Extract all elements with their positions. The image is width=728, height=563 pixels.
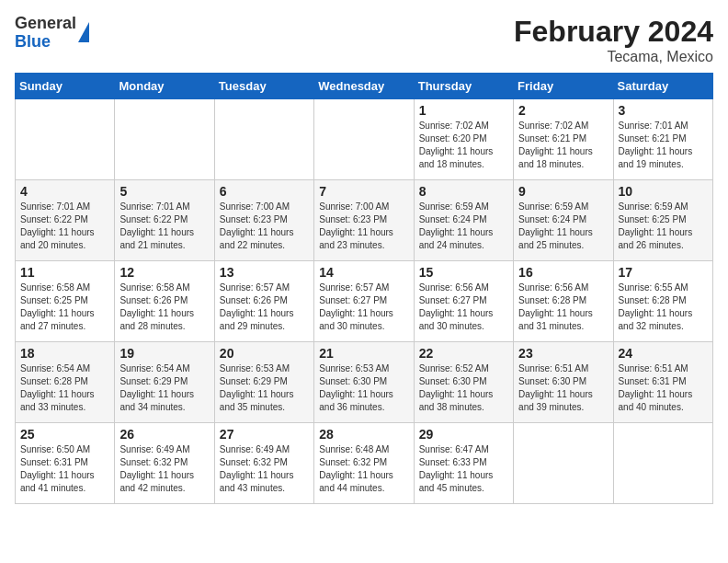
day-info: Sunrise: 6:52 AM Sunset: 6:30 PM Dayligh… [419, 362, 508, 414]
day-info: Sunrise: 6:48 AM Sunset: 6:32 PM Dayligh… [319, 443, 408, 495]
day-info: Sunrise: 6:59 AM Sunset: 6:25 PM Dayligh… [619, 201, 708, 252]
calendar-cell: 2Sunrise: 7:02 AM Sunset: 6:21 PM Daylig… [514, 99, 613, 180]
day-info: Sunrise: 6:53 AM Sunset: 6:29 PM Dayligh… [220, 362, 309, 414]
day-number: 3 [619, 103, 708, 118]
calendar-cell: 14Sunrise: 6:57 AM Sunset: 6:27 PM Dayli… [314, 261, 414, 342]
day-number: 13 [220, 265, 309, 280]
day-info: Sunrise: 7:00 AM Sunset: 6:23 PM Dayligh… [319, 201, 408, 252]
day-info: Sunrise: 6:57 AM Sunset: 6:27 PM Dayligh… [319, 282, 408, 333]
header-wednesday: Wednesday [314, 74, 414, 99]
calendar-cell: 16Sunrise: 6:56 AM Sunset: 6:28 PM Dayli… [514, 261, 613, 342]
day-number: 10 [619, 184, 708, 199]
logo-icon [78, 22, 89, 42]
calendar-cell: 1Sunrise: 7:02 AM Sunset: 6:20 PM Daylig… [414, 99, 513, 180]
calendar-cell: 8Sunrise: 6:59 AM Sunset: 6:24 PM Daylig… [414, 180, 513, 261]
day-info: Sunrise: 6:59 AM Sunset: 6:24 PM Dayligh… [518, 201, 608, 252]
day-number: 5 [119, 184, 209, 199]
day-info: Sunrise: 6:51 AM Sunset: 6:30 PM Dayligh… [518, 362, 608, 414]
logo-blue: Blue [15, 33, 76, 52]
calendar-cell: 4Sunrise: 7:01 AM Sunset: 6:22 PM Daylig… [16, 180, 115, 261]
calendar-cell: 10Sunrise: 6:59 AM Sunset: 6:25 PM Dayli… [613, 180, 712, 261]
header-tuesday: Tuesday [214, 74, 313, 99]
calendar-cell [16, 99, 115, 180]
logo-text: General Blue [15, 15, 76, 52]
calendar-title: February 2024 [514, 15, 713, 49]
day-info: Sunrise: 6:56 AM Sunset: 6:28 PM Dayligh… [518, 282, 608, 333]
calendar-cell [613, 423, 712, 504]
day-info: Sunrise: 7:00 AM Sunset: 6:23 PM Dayligh… [220, 201, 309, 252]
logo-general: General [15, 15, 76, 33]
day-number: 19 [119, 346, 209, 361]
logo: General Blue [15, 15, 89, 52]
page-header: General Blue February 2024 Tecama, Mexic… [15, 15, 713, 65]
calendar-cell [115, 99, 214, 180]
calendar-cell: 7Sunrise: 7:00 AM Sunset: 6:23 PM Daylig… [314, 180, 414, 261]
calendar-week-5: 25Sunrise: 6:50 AM Sunset: 6:31 PM Dayli… [16, 423, 713, 504]
calendar-cell [514, 423, 613, 504]
calendar-cell: 6Sunrise: 7:00 AM Sunset: 6:23 PM Daylig… [214, 180, 313, 261]
day-info: Sunrise: 7:01 AM Sunset: 6:21 PM Dayligh… [619, 120, 708, 171]
calendar-cell: 27Sunrise: 6:49 AM Sunset: 6:32 PM Dayli… [214, 423, 313, 504]
calendar-cell: 29Sunrise: 6:47 AM Sunset: 6:33 PM Dayli… [414, 423, 513, 504]
day-number: 28 [319, 427, 408, 442]
day-number: 24 [619, 346, 708, 361]
calendar-cell: 25Sunrise: 6:50 AM Sunset: 6:31 PM Dayli… [16, 423, 115, 504]
day-info: Sunrise: 6:50 AM Sunset: 6:31 PM Dayligh… [20, 443, 109, 495]
day-number: 6 [220, 184, 309, 199]
header-sunday: Sunday [16, 74, 115, 99]
day-info: Sunrise: 6:47 AM Sunset: 6:33 PM Dayligh… [419, 443, 508, 495]
day-number: 8 [419, 184, 508, 199]
day-info: Sunrise: 6:49 AM Sunset: 6:32 PM Dayligh… [220, 443, 309, 495]
calendar-table: Sunday Monday Tuesday Wednesday Thursday… [15, 73, 713, 504]
day-number: 14 [319, 265, 408, 280]
day-number: 16 [518, 265, 608, 280]
header-monday: Monday [115, 74, 214, 99]
day-info: Sunrise: 6:59 AM Sunset: 6:24 PM Dayligh… [419, 201, 508, 252]
day-number: 11 [20, 265, 109, 280]
day-info: Sunrise: 7:01 AM Sunset: 6:22 PM Dayligh… [119, 201, 209, 252]
calendar-subtitle: Tecama, Mexico [514, 49, 713, 65]
calendar-cell [214, 99, 313, 180]
day-number: 1 [419, 103, 508, 118]
calendar-cell [314, 99, 414, 180]
calendar-cell: 24Sunrise: 6:51 AM Sunset: 6:31 PM Dayli… [613, 342, 712, 423]
day-number: 25 [20, 427, 109, 442]
calendar-cell: 18Sunrise: 6:54 AM Sunset: 6:28 PM Dayli… [16, 342, 115, 423]
calendar-cell: 3Sunrise: 7:01 AM Sunset: 6:21 PM Daylig… [613, 99, 712, 180]
day-info: Sunrise: 7:01 AM Sunset: 6:22 PM Dayligh… [20, 201, 109, 252]
calendar-cell: 5Sunrise: 7:01 AM Sunset: 6:22 PM Daylig… [115, 180, 214, 261]
day-number: 17 [619, 265, 708, 280]
calendar-cell: 22Sunrise: 6:52 AM Sunset: 6:30 PM Dayli… [414, 342, 513, 423]
day-number: 2 [518, 103, 608, 118]
day-number: 9 [518, 184, 608, 199]
day-number: 15 [419, 265, 508, 280]
calendar-week-4: 18Sunrise: 6:54 AM Sunset: 6:28 PM Dayli… [16, 342, 713, 423]
calendar-cell: 28Sunrise: 6:48 AM Sunset: 6:32 PM Dayli… [314, 423, 414, 504]
day-number: 12 [119, 265, 209, 280]
calendar-cell: 26Sunrise: 6:49 AM Sunset: 6:32 PM Dayli… [115, 423, 214, 504]
day-info: Sunrise: 6:53 AM Sunset: 6:30 PM Dayligh… [319, 362, 408, 414]
day-info: Sunrise: 6:56 AM Sunset: 6:27 PM Dayligh… [419, 282, 508, 333]
calendar-cell: 15Sunrise: 6:56 AM Sunset: 6:27 PM Dayli… [414, 261, 513, 342]
day-info: Sunrise: 6:58 AM Sunset: 6:25 PM Dayligh… [20, 282, 109, 333]
calendar-cell: 17Sunrise: 6:55 AM Sunset: 6:28 PM Dayli… [613, 261, 712, 342]
calendar-cell: 23Sunrise: 6:51 AM Sunset: 6:30 PM Dayli… [514, 342, 613, 423]
day-info: Sunrise: 7:02 AM Sunset: 6:20 PM Dayligh… [419, 120, 508, 171]
day-number: 18 [20, 346, 109, 361]
day-number: 4 [20, 184, 109, 199]
day-number: 23 [518, 346, 608, 361]
calendar-cell: 11Sunrise: 6:58 AM Sunset: 6:25 PM Dayli… [16, 261, 115, 342]
calendar-week-3: 11Sunrise: 6:58 AM Sunset: 6:25 PM Dayli… [16, 261, 713, 342]
header-saturday: Saturday [613, 74, 712, 99]
day-info: Sunrise: 6:51 AM Sunset: 6:31 PM Dayligh… [619, 362, 708, 414]
title-block: February 2024 Tecama, Mexico [514, 15, 713, 65]
day-info: Sunrise: 6:58 AM Sunset: 6:26 PM Dayligh… [119, 282, 209, 333]
day-number: 26 [119, 427, 209, 442]
day-number: 29 [419, 427, 508, 442]
calendar-cell: 21Sunrise: 6:53 AM Sunset: 6:30 PM Dayli… [314, 342, 414, 423]
calendar-week-2: 4Sunrise: 7:01 AM Sunset: 6:22 PM Daylig… [16, 180, 713, 261]
calendar-cell: 13Sunrise: 6:57 AM Sunset: 6:26 PM Dayli… [214, 261, 313, 342]
day-number: 27 [220, 427, 309, 442]
day-number: 7 [319, 184, 408, 199]
calendar-cell: 20Sunrise: 6:53 AM Sunset: 6:29 PM Dayli… [214, 342, 313, 423]
